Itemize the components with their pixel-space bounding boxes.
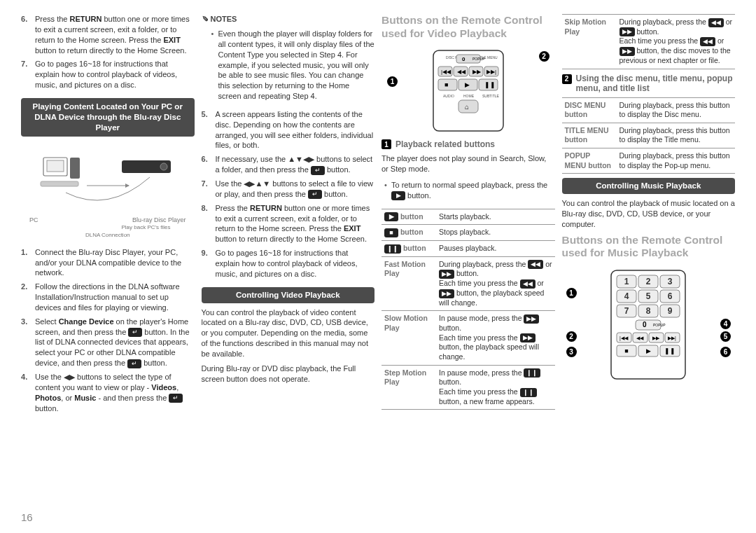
table-row: Step Motion PlayIn pause mode, press the…: [382, 365, 555, 410]
header-music-playback: Controlling Music Playback: [562, 178, 736, 194]
note-1: Even though the player will display fold…: [211, 29, 375, 102]
dlna-step-1: Connect the Blu-ray Disc Player, your PC…: [21, 247, 195, 279]
column-3: Buttons on the Remote Control used for V…: [382, 14, 555, 497]
svg-text:5: 5: [646, 291, 651, 301]
svg-text:❚❚: ❚❚: [484, 81, 496, 89]
m-callout-2: 2: [566, 331, 577, 342]
svg-text:❚❚: ❚❚: [664, 347, 676, 355]
skip-motion-label: Skip Motion Play: [562, 15, 617, 69]
sub-menu-buttons: 2 Using the disc menu, title menu, popup…: [562, 74, 736, 93]
svg-text:2: 2: [646, 277, 651, 286]
table-playback-buttons: ▶ buttonStarts playback.■ buttonStops pl…: [382, 209, 555, 410]
label-arrow: Play back PC's files: [24, 224, 192, 231]
svg-text:▶: ▶: [465, 81, 470, 88]
svg-text:⌂: ⌂: [465, 103, 469, 111]
step-8: Press the RETURN button one or more time…: [202, 203, 375, 244]
table-row: ❙❙ buttonPauses playback.: [382, 241, 555, 257]
notes-list: Even though the player will display fold…: [211, 29, 375, 105]
svg-text:|◀◀: |◀◀: [620, 335, 629, 341]
step-9: Go to pages 16~18 for instructions that …: [202, 248, 375, 279]
callout-2: 2: [539, 51, 550, 62]
svg-text:HOME: HOME: [463, 94, 475, 98]
dlna-step-4: Use the ◀▶ buttons to select the type of…: [21, 372, 195, 413]
notes-label: Notes: [202, 14, 375, 23]
svg-text:9: 9: [668, 306, 673, 316]
title-remote-video: Buttons on the Remote Control used for V…: [382, 14, 555, 40]
svg-text:◀◀: ◀◀: [636, 335, 644, 340]
svg-text:1: 1: [624, 277, 629, 286]
svg-point-5: [160, 163, 167, 170]
svg-text:8: 8: [646, 306, 651, 316]
svg-text:■: ■: [444, 81, 448, 88]
sub1-bullet-list: To return to normal speed playback, pres…: [384, 180, 555, 205]
table-row: TITLE MENU buttonDuring playback, press …: [562, 123, 736, 148]
svg-text:3: 3: [668, 277, 673, 286]
step-6b: If necessary, use the ▲▼◀▶ buttons to se…: [202, 154, 375, 175]
sub1-bullet: To return to normal speed playback, pres…: [384, 180, 555, 201]
step-5: A screen appears listing the contents of…: [202, 109, 375, 151]
svg-text:■: ■: [625, 347, 629, 354]
svg-text:▶▶: ▶▶: [472, 69, 482, 75]
svg-text:▶▶|: ▶▶|: [486, 69, 496, 75]
svg-rect-1: [47, 160, 64, 172]
table-row: POPUP MENU buttonDuring playback, press …: [562, 148, 736, 174]
video-intro: You can control the playback of video co…: [202, 307, 375, 359]
table-menu-buttons: DISC MENU buttonDuring playback, press t…: [562, 97, 736, 174]
m-callout-3: 3: [566, 347, 577, 357]
table-row: ▶ buttonStarts playback.: [382, 209, 555, 225]
title-remote-music: Buttons on the Remote Control used for M…: [562, 234, 736, 260]
table-skip-motion: Skip Motion PlayDuring playback, press t…: [562, 14, 736, 69]
svg-text:▶: ▶: [646, 347, 651, 354]
svg-text:6: 6: [668, 291, 673, 301]
table-row: DISC MENU buttonDuring playback, press t…: [562, 97, 736, 123]
list-steps-6-7: Press the RETURN button one or more time…: [21, 14, 195, 94]
m-callout-4: 4: [720, 319, 731, 329]
dlna-step-3: Select Change Device on the player's Hom…: [21, 317, 195, 368]
skip-motion-desc: During playback, press the ◀◀ or ▶▶ butt…: [617, 15, 736, 69]
sub1-intro: The player does not play sound in Search…: [382, 153, 555, 174]
column-4: Skip Motion PlayDuring playback, press t…: [562, 14, 736, 497]
svg-rect-3: [41, 181, 78, 186]
callout-1: 1: [387, 76, 398, 87]
label-pc: PC: [29, 216, 38, 224]
svg-text:▶▶: ▶▶: [652, 335, 660, 340]
label-player: Blu-ray Disc Player: [132, 216, 186, 224]
svg-text:SUBTITLE: SUBTITLE: [482, 94, 500, 98]
column-2: Notes Even though the player will displa…: [202, 14, 375, 497]
dlna-diagram: PC Blu-ray Disc Player Play back PC's fi…: [21, 141, 195, 243]
svg-text:0: 0: [643, 321, 647, 328]
svg-text:POPUP: POPUP: [653, 323, 666, 327]
svg-text:0: 0: [462, 56, 465, 62]
svg-text:|◀◀: |◀◀: [441, 69, 451, 75]
m-callout-1: 1: [566, 288, 577, 298]
step-7b: Use the ◀▶▲▼ buttons to select a file to…: [202, 179, 375, 200]
list-steps-5-9: A screen appears listing the contents of…: [202, 109, 375, 283]
svg-text:◀◀: ◀◀: [457, 69, 466, 75]
svg-text:4: 4: [624, 291, 629, 301]
video-intro-2: During Blu-ray or DVD disc playback, the…: [202, 364, 375, 385]
music-intro: You can control the playback of music lo…: [562, 198, 736, 230]
header-dlna: Playing Content Located on Your PC or DL…: [21, 98, 195, 137]
svg-text:POPUP: POPUP: [472, 57, 485, 61]
svg-text:▶▶|: ▶▶|: [668, 335, 676, 341]
svg-rect-2: [70, 158, 80, 179]
dlna-step-2: Follow the directions in the DLNA softwa…: [21, 282, 195, 313]
step-6: Press the RETURN button one or more time…: [21, 14, 195, 55]
page-number: 16: [21, 511, 33, 523]
m-callout-6: 6: [720, 347, 731, 357]
column-1: Press the RETURN button one or more time…: [21, 14, 195, 497]
svg-text:AUDIO: AUDIO: [443, 94, 454, 98]
table-row: Slow Motion PlayIn pause mode, press the…: [382, 311, 555, 365]
header-video-playback: Controlling Video Playback: [202, 287, 375, 303]
m-callout-5: 5: [720, 331, 731, 342]
sub-playback-buttons: 1 Playback related buttons: [382, 139, 555, 149]
table-row: ■ buttonStops playback.: [382, 225, 555, 241]
table-row: Fast Motion PlayDuring playback, press t…: [382, 256, 555, 311]
label-dlna-conn: DLNA Connection: [24, 232, 192, 239]
svg-text:7: 7: [624, 306, 629, 316]
list-dlna-steps: Connect the Blu-ray Disc Player, your PC…: [21, 247, 195, 417]
step-7: Go to pages 16~18 for instructions that …: [21, 59, 195, 90]
remote-diagram-music: 1 2 3 4 5 6 7 8 9 0 POPUP |◀◀ ◀◀ ▶▶ ▶: [562, 264, 736, 383]
remote-diagram-video: DISC MENU TITLE MENU 0 POPUP |◀◀ ◀◀ ▶▶ ▶…: [382, 44, 555, 135]
